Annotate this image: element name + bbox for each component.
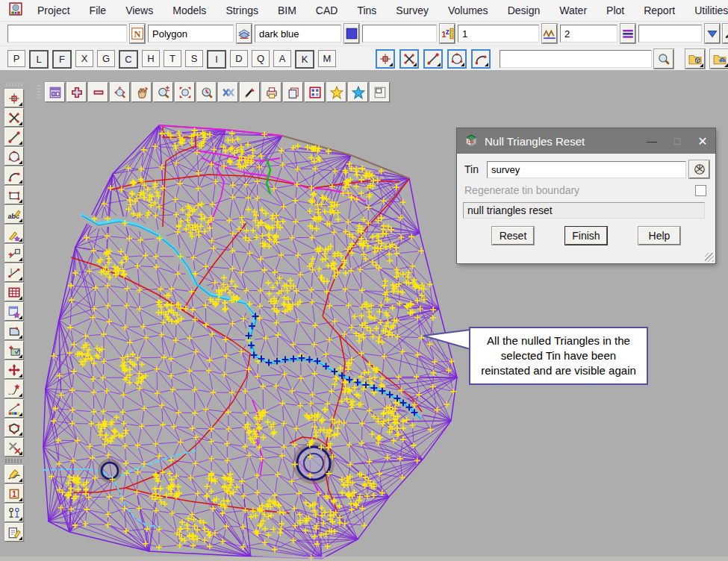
create-point-cross-button[interactable] bbox=[4, 108, 24, 127]
view-star-button[interactable] bbox=[4, 302, 24, 321]
insert-vertex-button[interactable] bbox=[4, 244, 24, 263]
zoom-button[interactable] bbox=[110, 82, 130, 102]
snap-letter-t[interactable]: T bbox=[164, 50, 181, 67]
remove-view-button[interactable] bbox=[88, 82, 108, 102]
view-layout-button[interactable] bbox=[370, 82, 390, 102]
menu-design[interactable]: Design bbox=[508, 4, 541, 16]
minimize-button[interactable]: — bbox=[639, 128, 665, 154]
menu-cad[interactable]: CAD bbox=[316, 4, 338, 16]
snap-letter-x[interactable]: X bbox=[75, 50, 93, 67]
name-button[interactable]: N bbox=[130, 24, 145, 43]
snap-letter-g[interactable]: G bbox=[97, 50, 115, 67]
tinable-layers-button[interactable] bbox=[237, 24, 252, 43]
create-symbol-button[interactable] bbox=[4, 225, 24, 243]
plan-view[interactable]: ± abc1 12d Null Triangles Reset — □ ✕ Ti… bbox=[0, 70, 728, 561]
create-polygon-button[interactable] bbox=[4, 419, 24, 437]
add-view-button[interactable] bbox=[66, 82, 87, 102]
interval-point-button[interactable]: 1 bbox=[4, 484, 24, 503]
tin-input[interactable] bbox=[487, 161, 686, 178]
menu-water[interactable]: Water bbox=[559, 4, 587, 16]
menu-volumes[interactable]: Volumes bbox=[448, 4, 488, 16]
snap-letter-q[interactable]: Q bbox=[252, 50, 270, 67]
menu-project[interactable]: Project bbox=[37, 4, 70, 16]
copy-view-button[interactable] bbox=[283, 82, 303, 102]
symbol-input[interactable] bbox=[638, 25, 702, 43]
grid-table-button[interactable] bbox=[4, 283, 24, 301]
favourites-star-button[interactable] bbox=[326, 82, 346, 102]
fit-view-button[interactable] bbox=[175, 82, 195, 102]
freehand-draw-button[interactable] bbox=[4, 465, 24, 483]
menu-report[interactable]: Report bbox=[644, 4, 675, 16]
colour-input[interactable] bbox=[255, 25, 341, 43]
maximize-button[interactable]: □ bbox=[665, 128, 690, 154]
menu-bim[interactable]: BIM bbox=[278, 4, 296, 16]
arc-snap-button[interactable] bbox=[471, 49, 491, 69]
snap-letter-d[interactable]: D bbox=[230, 50, 248, 67]
menu-utilities[interactable]: Utilities bbox=[694, 4, 728, 16]
menu-tins[interactable]: Tins bbox=[357, 4, 376, 16]
snap-letter-c[interactable]: C bbox=[119, 50, 138, 69]
help-button[interactable]: Help bbox=[638, 227, 680, 245]
measure-bearing-button[interactable] bbox=[4, 263, 24, 282]
favourites-blue-star-button[interactable] bbox=[348, 82, 368, 102]
snap-letter-m[interactable]: M bbox=[318, 50, 336, 67]
finish-button[interactable]: Finish bbox=[565, 227, 607, 245]
snap-letter-a[interactable]: A bbox=[273, 50, 291, 67]
symbol-dropdown-button[interactable] bbox=[705, 24, 720, 43]
cad-toolbar-grip[interactable] bbox=[6, 83, 22, 87]
menu-survey[interactable]: Survey bbox=[396, 4, 429, 16]
search-input[interactable] bbox=[500, 50, 652, 68]
snap-letter-h[interactable]: H bbox=[142, 50, 160, 67]
eyedropper-button[interactable] bbox=[723, 24, 728, 43]
create-line-button[interactable] bbox=[4, 128, 24, 146]
menu-strings[interactable]: Strings bbox=[225, 4, 258, 16]
snap-letter-s[interactable]: S bbox=[185, 50, 203, 67]
create-circle-button[interactable] bbox=[4, 147, 24, 166]
zoom-extent-button[interactable]: ± bbox=[153, 82, 173, 102]
reset-button[interactable]: Reset bbox=[492, 227, 534, 245]
height-z-button[interactable]: 1z bbox=[440, 24, 455, 43]
snap-letter-l[interactable]: L bbox=[29, 50, 49, 69]
shade-polygon-button[interactable] bbox=[4, 322, 24, 340]
snap-letter-i[interactable]: I bbox=[207, 50, 226, 69]
breakline-button[interactable] bbox=[542, 24, 557, 43]
height-input[interactable] bbox=[362, 25, 437, 43]
bottom-scroll-strip[interactable] bbox=[0, 557, 728, 561]
redraw-all-button[interactable] bbox=[218, 82, 238, 102]
plot-button[interactable] bbox=[261, 82, 281, 102]
view-menu-button[interactable] bbox=[45, 82, 65, 102]
menu-file[interactable]: File bbox=[90, 4, 107, 16]
previous-view-button[interactable] bbox=[196, 82, 217, 102]
create-text-button[interactable]: abc bbox=[4, 205, 24, 224]
edit-notes-button[interactable] bbox=[4, 523, 24, 542]
weight-input[interactable] bbox=[560, 25, 617, 43]
tin-picker-button[interactable] bbox=[689, 160, 709, 178]
move-image-button[interactable] bbox=[4, 341, 24, 360]
dialog-titlebar[interactable]: 12d Null Triangles Reset — □ ✕ bbox=[457, 128, 715, 154]
redraw-button[interactable] bbox=[240, 82, 260, 102]
menu-plot[interactable]: Plot bbox=[606, 4, 624, 16]
cad-text-input[interactable] bbox=[7, 25, 127, 43]
create-arc-button[interactable] bbox=[4, 166, 24, 185]
cross-snap-button[interactable] bbox=[399, 49, 419, 69]
circle-snap-button[interactable] bbox=[447, 49, 467, 69]
create-rectangle-button[interactable] bbox=[4, 186, 24, 204]
close-button[interactable]: ✕ bbox=[690, 128, 715, 154]
string-colours-button[interactable] bbox=[4, 399, 24, 418]
point-snap-button[interactable] bbox=[376, 49, 395, 69]
translate-button[interactable] bbox=[4, 360, 24, 379]
pan-button[interactable] bbox=[131, 82, 152, 102]
linestyle-input[interactable] bbox=[148, 25, 234, 43]
menu-views[interactable]: Views bbox=[125, 4, 153, 16]
colour-swatch-button[interactable] bbox=[344, 24, 359, 43]
create-point-button[interactable] bbox=[4, 89, 24, 107]
delete-cross-button[interactable] bbox=[4, 438, 24, 457]
append-point-button[interactable] bbox=[4, 380, 24, 398]
snap-letter-f[interactable]: F bbox=[52, 50, 72, 69]
snap-letter-p[interactable]: P bbox=[7, 50, 25, 67]
line-snap-button[interactable] bbox=[423, 49, 443, 69]
line-weight-button[interactable] bbox=[620, 24, 635, 43]
dialog-resize-grip[interactable] bbox=[705, 253, 714, 262]
folder-search-button[interactable] bbox=[710, 49, 728, 69]
view-toolbar-grip[interactable] bbox=[37, 85, 41, 100]
